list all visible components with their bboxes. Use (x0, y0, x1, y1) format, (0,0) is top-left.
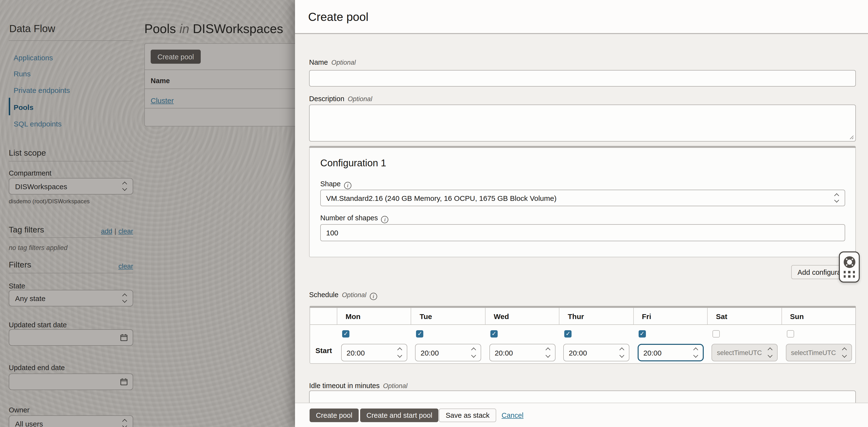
schedule-header-thur: Thur (559, 308, 633, 324)
compartment-path: disdemo (root)/DISWorkspaces (9, 198, 90, 205)
drawer-footer: Create pool Create and start pool Save a… (295, 403, 868, 427)
compartment-select[interactable]: DISWorkspaces (9, 178, 133, 195)
life-ring-icon[interactable] (842, 255, 856, 269)
schedule-table-topbar (310, 306, 856, 308)
owner-select-value: All users (15, 420, 43, 427)
schedule-header-tue: Tue (411, 308, 485, 324)
shape-info-icon[interactable]: i (344, 182, 351, 189)
tag-filters-actions: add | clear (9, 227, 133, 235)
sat-time-select[interactable]: selectTimeUTC (712, 344, 778, 361)
thur-time-value: 20:00 (569, 348, 587, 357)
updated-start-date-input[interactable] (9, 329, 133, 346)
stepper-icon[interactable] (546, 347, 551, 358)
floating-help-widget (839, 251, 860, 283)
description-optional-text: Optional (348, 95, 372, 103)
footer-save-as-stack-button[interactable]: Save as stack (439, 408, 496, 422)
schedule-cell-sat: selectTimeUTC (707, 325, 781, 364)
schedule-header-fri: Fri (633, 308, 707, 324)
updated-end-date-input[interactable] (9, 373, 133, 390)
state-select-value: Any state (15, 294, 45, 302)
pool-row-cluster-link[interactable]: Cluster (151, 96, 174, 105)
stepper-icon (768, 347, 773, 358)
sun-checkbox[interactable] (786, 330, 794, 338)
sidebar-item-applications[interactable]: Applications (13, 54, 53, 62)
tag-filters-clear-link[interactable]: clear (118, 227, 133, 235)
sidebar-item-sql-endpoints[interactable]: SQL endpoints (13, 120, 61, 128)
create-pool-button[interactable]: Create pool (151, 50, 201, 64)
stepper-icon[interactable] (398, 347, 402, 358)
filters-clear-link[interactable]: clear (118, 262, 133, 270)
sidebar-item-pools[interactable]: Pools (13, 103, 34, 111)
number-of-shapes-label-text: Number of shapes (320, 214, 378, 222)
tue-time-value: 20:00 (421, 348, 439, 357)
sun-time-select[interactable]: selectTimeUTC (786, 344, 852, 361)
schedule-label-text: Schedule (309, 291, 339, 298)
schedule-label: ScheduleOptionali (309, 291, 377, 300)
stepper-icon (842, 347, 847, 358)
sidebar-divider (9, 40, 133, 41)
idle-timeout-optional-text: Optional (383, 382, 407, 390)
schedule-row-label-cell: Start (310, 325, 337, 364)
stepper-icon[interactable] (693, 347, 698, 358)
sidebar-active-indicator (9, 98, 10, 115)
idle-timeout-label-text: Idle timeout in minutes (309, 382, 379, 390)
description-textarea[interactable] (309, 105, 856, 142)
owner-label: Owner (9, 406, 29, 414)
schedule-header-sun: Sun (781, 308, 855, 324)
configuration-card: Configuration 1 Shapei VM.Standard2.16 (… (309, 148, 856, 257)
thur-checkbox[interactable]: ✓ (564, 330, 572, 338)
wed-checkbox[interactable]: ✓ (490, 330, 498, 338)
fri-time-input-focused[interactable]: 20:00 (638, 344, 704, 361)
schedule-cell-thur: ✓ 20:00 (559, 325, 633, 364)
sat-time-placeholder: selectTimeUTC (717, 349, 762, 356)
list-scope-heading: List scope (9, 148, 46, 158)
schedule-optional-text: Optional (342, 291, 367, 298)
state-select[interactable]: Any state (9, 290, 133, 306)
calendar-icon[interactable] (120, 334, 128, 341)
schedule-table: Mon Tue Wed Thur Fri Sat Sun Start ✓ 20:… (310, 307, 856, 364)
wed-time-input[interactable]: 20:00 (489, 344, 556, 361)
calendar-icon[interactable] (120, 378, 128, 386)
sidebar-item-private-endpoints[interactable]: Private endpoints (13, 86, 70, 94)
number-of-shapes-info-icon[interactable]: i (381, 216, 389, 223)
sidebar-service-title: Data Flow (9, 23, 55, 34)
fri-time-value: 20:00 (643, 348, 661, 357)
drawer-header: Create pool (295, 0, 868, 34)
screen: Data Flow Applications Runs Private endp… (0, 0, 868, 427)
shape-select[interactable]: VM.Standard2.16 (240 GB Memory, 16 OCPU,… (320, 190, 845, 206)
fri-checkbox[interactable]: ✓ (638, 330, 646, 338)
tue-checkbox[interactable]: ✓ (416, 330, 424, 338)
filters-actions: clear (9, 262, 133, 271)
number-of-shapes-input[interactable]: 100 (320, 224, 845, 241)
footer-create-and-start-button[interactable]: Create and start pool (360, 408, 439, 422)
footer-create-pool-button[interactable]: Create pool (310, 408, 359, 422)
schedule-start-row: Start ✓ 20:00 ✓ 20:00 (310, 325, 855, 364)
schedule-header-mon: Mon (337, 308, 411, 324)
page-title-in: in (180, 21, 190, 36)
mon-time-input[interactable]: 20:00 (341, 344, 407, 361)
number-of-shapes-label: Number of shapesi (320, 214, 389, 223)
page-title-pools: Pools (144, 21, 176, 36)
schedule-info-icon[interactable]: i (370, 293, 377, 300)
owner-select[interactable]: All users (9, 415, 133, 427)
tag-filters-add-link[interactable]: add (101, 227, 112, 235)
app-grid-icon[interactable] (843, 271, 855, 278)
footer-cancel-link[interactable]: Cancel (501, 411, 523, 419)
sat-checkbox[interactable] (712, 330, 720, 338)
stepper-icon[interactable] (472, 347, 476, 358)
name-label-text: Name (309, 58, 328, 66)
pools-table-name-header: Name (151, 77, 170, 85)
resize-handle-icon[interactable] (849, 135, 854, 140)
stepper-icon[interactable] (620, 347, 625, 358)
tue-time-input[interactable]: 20:00 (415, 344, 482, 361)
name-optional-text: Optional (331, 59, 356, 66)
thur-time-input[interactable]: 20:00 (563, 344, 630, 361)
sidebar-item-runs[interactable]: Runs (13, 69, 31, 78)
mon-time-value: 20:00 (346, 348, 365, 357)
page-title-workspace: DISWorkspaces (193, 21, 283, 36)
name-input[interactable] (309, 70, 856, 87)
description-label-text: Description (309, 95, 344, 103)
mon-checkbox[interactable]: ✓ (342, 330, 349, 338)
drawer-title: Create pool (308, 10, 368, 24)
compartment-select-value: DISWorkspaces (15, 182, 67, 191)
